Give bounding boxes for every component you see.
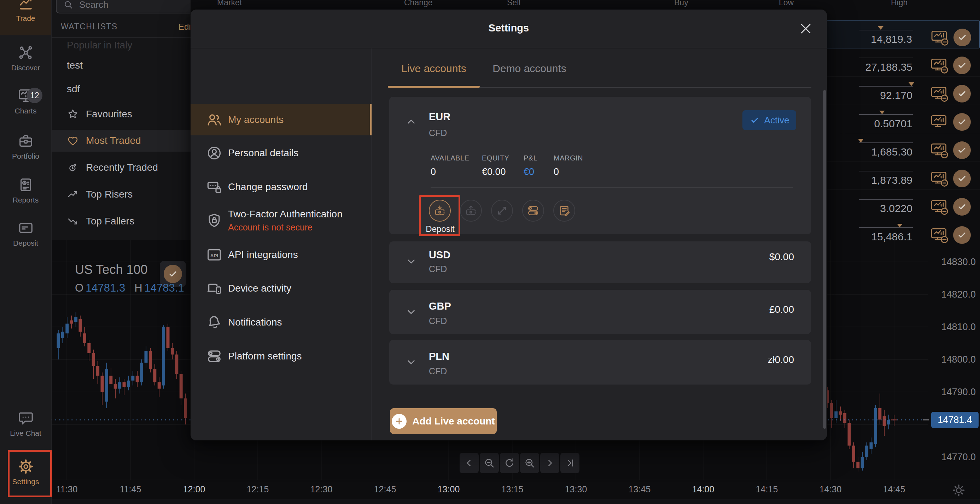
notification-badge: 12 xyxy=(27,87,43,103)
check-circle-icon[interactable] xyxy=(953,29,971,46)
time-axis-label: 11:45 xyxy=(115,484,146,494)
sidebar-item-trade[interactable]: Trade xyxy=(0,0,51,35)
check-circle-icon[interactable] xyxy=(953,142,971,159)
watchlist-item[interactable]: Recently Traded xyxy=(51,157,191,178)
marker-triangle-icon xyxy=(878,26,883,30)
annotation-box-deposit xyxy=(419,195,460,236)
column-header[interactable]: Sell xyxy=(507,0,520,8)
account-type: CFD xyxy=(429,128,447,138)
tab-live-accounts[interactable]: Live accounts xyxy=(388,62,480,75)
sidebar-item-portfolio[interactable]: Portfolio xyxy=(0,133,51,166)
chart-remove-icon[interactable] xyxy=(930,28,949,48)
settings-nav-device-activity[interactable]: Device activity xyxy=(191,273,372,304)
range-bar xyxy=(859,199,913,200)
column-header[interactable]: Low xyxy=(779,0,794,8)
chevron-right-button[interactable] xyxy=(540,453,559,473)
check-circle-icon[interactable] xyxy=(953,226,971,244)
chart-remove-icon[interactable] xyxy=(930,113,949,132)
chart-remove-icon[interactable] xyxy=(930,84,949,103)
chart-symbol-title: US Tech 100 xyxy=(75,262,148,277)
sidebar-item-label: Discover xyxy=(11,64,40,72)
account-card-usd[interactable]: USD CFD $0.00 xyxy=(389,242,811,283)
settings-nav-two-factor[interactable]: Two-Factor Authentication Account is not… xyxy=(191,201,372,240)
account-balance: zł0.00 xyxy=(767,354,794,366)
tab-demo-accounts[interactable]: Demo accounts xyxy=(490,62,569,75)
sidebar-item-discover[interactable]: Discover xyxy=(0,45,51,81)
watchlist-item[interactable]: Most Traded xyxy=(51,130,191,152)
watchlist-item[interactable]: Favourites xyxy=(51,103,191,125)
range-bar xyxy=(859,57,913,58)
chart-remove-icon[interactable] xyxy=(930,56,949,75)
column-header[interactable]: Buy xyxy=(674,0,688,8)
chart-remove-icon[interactable] xyxy=(930,197,949,217)
modal-scrollbar[interactable] xyxy=(823,90,826,429)
settings-nav-api-integrations[interactable]: API API integrations xyxy=(191,239,372,270)
high-value: 0.50701 xyxy=(874,118,913,130)
refresh-button[interactable] xyxy=(500,453,519,473)
check-circle-icon[interactable] xyxy=(953,170,971,187)
check-circle-icon[interactable] xyxy=(953,113,971,131)
zoom-in-button[interactable] xyxy=(520,453,539,473)
tab-active-indicator xyxy=(388,86,480,87)
settings-nav-change-password[interactable]: Change password xyxy=(191,172,372,202)
bank-card-icon xyxy=(18,220,34,236)
time-axis-label: 14:00 xyxy=(687,484,719,494)
add-live-account-button[interactable]: Add Live account xyxy=(390,408,497,434)
sidebar-item-label: Portfolio xyxy=(12,152,39,161)
withdraw-action-button[interactable] xyxy=(460,200,482,222)
range-bar xyxy=(859,142,913,143)
statement-action-button[interactable] xyxy=(553,200,575,222)
sidebar-item-charts[interactable]: Charts 12 xyxy=(0,87,51,121)
watchlists-edit-button[interactable]: Edit... xyxy=(178,22,191,32)
check-circle-icon[interactable] xyxy=(953,85,971,102)
column-header[interactable]: Market xyxy=(217,0,242,8)
password-icon xyxy=(206,179,223,195)
sun-icon[interactable] xyxy=(952,483,966,497)
users-icon xyxy=(206,112,223,128)
high-value: 1,685.30 xyxy=(871,146,913,158)
high-value: 14,819.3 xyxy=(871,33,912,45)
range-bar xyxy=(859,86,913,87)
account-card-gbp[interactable]: GBP CFD £0.00 xyxy=(389,290,811,334)
stat-label: AVAILABLE xyxy=(431,154,469,162)
account-currency: PLN xyxy=(429,351,449,362)
check-circle-icon[interactable] xyxy=(953,198,971,216)
account-card-pln[interactable]: PLN CFD zł0.00 xyxy=(389,340,811,385)
check-circle-icon[interactable] xyxy=(953,57,971,74)
chevron-up-icon[interactable] xyxy=(404,115,418,129)
watchlist-item[interactable]: sdf xyxy=(51,78,191,100)
settings-nav-platform-settings[interactable]: Platform settings xyxy=(191,341,372,372)
transfer-action-button[interactable] xyxy=(491,200,513,222)
chevron-down-icon[interactable] xyxy=(404,355,418,369)
chevron-down-icon[interactable] xyxy=(404,305,418,319)
chart-remove-icon[interactable] xyxy=(930,226,949,245)
high-value: 15,486.1 xyxy=(871,231,913,243)
search-box[interactable] xyxy=(56,0,191,13)
chevron-left-button[interactable] xyxy=(460,453,479,473)
close-icon[interactable] xyxy=(797,20,814,37)
sidebar-item-live-chat[interactable]: Live Chat xyxy=(0,410,51,445)
watchlist-item[interactable]: Top Fallers xyxy=(51,210,191,232)
settings-nav-personal-details[interactable]: Personal details xyxy=(191,137,372,169)
range-bar xyxy=(859,30,913,30)
time-axis-label: 11:30 xyxy=(51,484,83,494)
skip-end-button[interactable] xyxy=(560,453,579,473)
sidebar-item-deposit[interactable]: Deposit xyxy=(0,220,51,255)
manage-action-button[interactable] xyxy=(522,200,544,222)
sidebar-item-reports[interactable]: Reports xyxy=(0,177,51,210)
search-input[interactable] xyxy=(78,0,168,11)
zoom-out-button[interactable] xyxy=(480,453,499,473)
column-header[interactable]: Change xyxy=(404,0,433,8)
settings-nav-notifications[interactable]: Notifications xyxy=(191,307,372,338)
chevron-down-icon[interactable] xyxy=(404,254,418,268)
watchlist-item[interactable]: Top Risers xyxy=(51,183,191,205)
chart-remove-icon[interactable] xyxy=(930,141,949,160)
column-header[interactable]: High xyxy=(891,0,907,8)
watchlist-panel: WATCHLISTS Edit... Popular in Italy test… xyxy=(51,0,191,240)
watchlist-item-faded[interactable]: Popular in Italy xyxy=(67,40,132,51)
settings-nav-my-accounts[interactable]: My accounts xyxy=(191,104,372,135)
plus-circle-icon xyxy=(392,414,407,429)
account-balance: $0.00 xyxy=(769,251,794,262)
chart-remove-icon[interactable] xyxy=(930,169,949,188)
watchlist-item[interactable]: test xyxy=(51,54,191,76)
